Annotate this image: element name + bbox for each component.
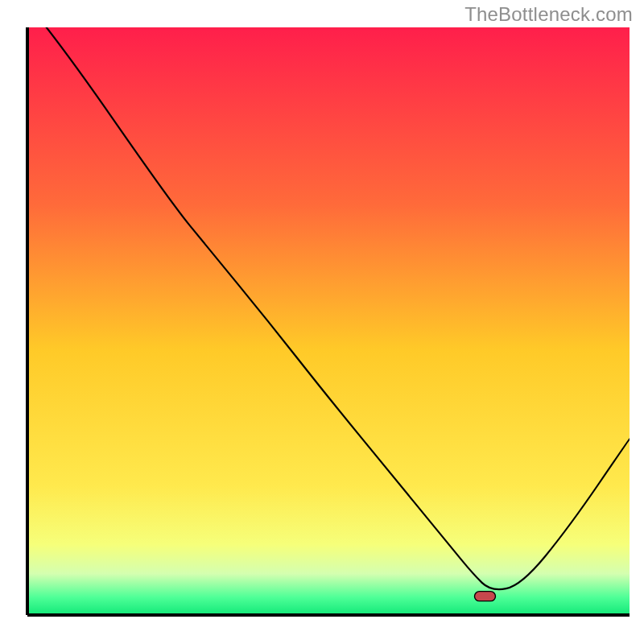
- watermark-label: TheBottleneck.com: [464, 3, 633, 26]
- plot-background: [27, 27, 630, 615]
- bottleneck-chart: TheBottleneck.com: [0, 0, 644, 644]
- chart-svg: [0, 0, 644, 644]
- optimal-point-marker: [474, 592, 495, 601]
